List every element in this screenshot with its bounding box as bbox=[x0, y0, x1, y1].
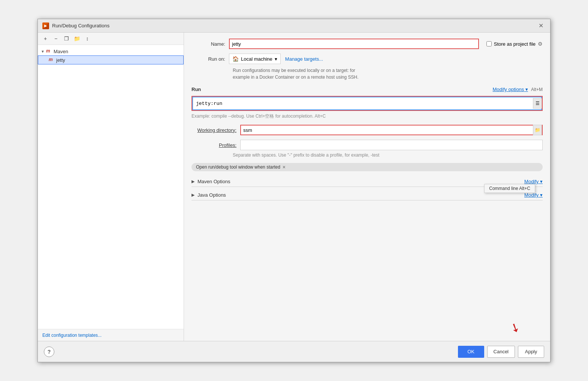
copy-config-button[interactable]: ❐ bbox=[62, 34, 71, 43]
help-button[interactable]: ? bbox=[44, 347, 54, 357]
java-options-modify-label: Modify bbox=[524, 192, 539, 198]
java-options-title: Java Options bbox=[197, 192, 226, 198]
maven-options-modify-label: Modify bbox=[524, 179, 539, 184]
store-checkbox-area: Store as project file ⚙ bbox=[486, 41, 543, 47]
tool-window-chip: Open run/debug tool window when started … bbox=[192, 163, 543, 171]
name-label: Name: bbox=[192, 41, 229, 47]
working-dir-browse-button[interactable]: 📁 bbox=[533, 125, 542, 135]
run-section-header: Run Modify options ▾ Alt+M bbox=[192, 87, 543, 92]
config-tree: ▼ m Maven m jetty bbox=[38, 45, 184, 329]
add-config-button[interactable]: + bbox=[41, 34, 50, 43]
dropdown-chevron-icon: ▾ bbox=[275, 56, 277, 62]
tooltip-text: Command line Alt+C bbox=[489, 186, 530, 191]
chip-close-button[interactable]: × bbox=[283, 164, 286, 170]
command-input[interactable] bbox=[192, 97, 542, 110]
name-row: Name: Store as project file ⚙ bbox=[192, 39, 543, 49]
jetty-item-label: jetty bbox=[56, 57, 65, 63]
working-dir-label: Working directory: bbox=[192, 127, 240, 133]
sort-config-button[interactable]: ↕ bbox=[83, 34, 92, 43]
ok-button[interactable]: OK bbox=[458, 346, 484, 358]
java-options-chevron: ▶ bbox=[192, 193, 195, 197]
modify-options-link[interactable]: Modify options ▾ bbox=[493, 87, 528, 92]
profiles-row: Profiles: bbox=[192, 140, 543, 150]
manage-targets-link[interactable]: Manage targets... bbox=[285, 56, 323, 62]
description-line1: Run configurations may be executed local… bbox=[233, 67, 543, 74]
run-on-label: Run on: bbox=[192, 56, 229, 62]
profiles-input[interactable] bbox=[240, 140, 543, 150]
maven-options-modify-link[interactable]: Modify ▾ bbox=[524, 179, 543, 184]
run-on-dropdown[interactable]: 🏠 Local machine ▾ bbox=[229, 54, 281, 64]
app-icon: ▶ bbox=[42, 22, 49, 29]
dialog-title: Run/Debug Configurations bbox=[52, 23, 109, 28]
right-panel: Name: Store as project file ⚙ Run on: 🏠 … bbox=[184, 33, 550, 341]
working-dir-input[interactable] bbox=[240, 125, 543, 135]
apply-button[interactable]: Apply bbox=[518, 346, 544, 358]
maven-options-modify-chevron: ▾ bbox=[540, 179, 543, 184]
store-as-project-checkbox[interactable] bbox=[486, 41, 492, 46]
java-options-modify-chevron: ▾ bbox=[540, 192, 543, 198]
home-icon: 🏠 bbox=[232, 56, 239, 62]
maven-options-chevron: ▶ bbox=[192, 179, 195, 184]
maven-options-title: Maven Options bbox=[197, 179, 230, 184]
title-bar-left: ▶ Run/Debug Configurations bbox=[42, 22, 109, 29]
toolbar: + − ❐ 📁 ↕ bbox=[38, 33, 184, 45]
bottom-bar: ? OK Cancel Apply bbox=[38, 341, 550, 362]
chip-label: Open run/debug tool window when started bbox=[196, 164, 280, 170]
modify-options-shortcut: Alt+M bbox=[531, 87, 543, 92]
jetty-config-item[interactable]: m jetty bbox=[38, 55, 184, 64]
left-footer: Edit configuration templates... bbox=[38, 329, 184, 341]
modify-options-chevron: ▾ bbox=[525, 87, 528, 92]
description-line2: example in a Docker Container or on a re… bbox=[233, 74, 543, 81]
modify-options-label: Modify options bbox=[493, 87, 524, 92]
tooltip-popup: Command line Alt+C bbox=[484, 184, 535, 193]
java-options-modify-link[interactable]: Modify ▾ bbox=[524, 192, 543, 198]
maven-group-header[interactable]: ▼ m Maven bbox=[38, 47, 184, 55]
remove-config-button[interactable]: − bbox=[51, 34, 60, 43]
working-dir-input-wrapper: 📁 bbox=[240, 125, 543, 135]
store-label: Store as project file bbox=[494, 41, 536, 47]
working-dir-row: Working directory: 📁 bbox=[192, 125, 543, 135]
maven-group-label: Maven bbox=[54, 49, 68, 54]
command-browse-button[interactable]: ☰ bbox=[533, 98, 542, 109]
description-text: Run configurations may be executed local… bbox=[233, 67, 543, 81]
main-content: + − ❐ 📁 ↕ ▼ m Maven m jetty bbox=[38, 33, 550, 341]
arrow-area: ➘ bbox=[192, 312, 543, 335]
maven-icon: m bbox=[46, 48, 52, 54]
local-machine-label: Local machine bbox=[241, 56, 272, 62]
name-input[interactable] bbox=[229, 39, 479, 49]
cancel-button[interactable]: Cancel bbox=[487, 346, 515, 358]
command-input-wrapper bbox=[192, 96, 543, 111]
profiles-label: Profiles: bbox=[192, 142, 240, 148]
folder-config-button[interactable]: 📁 bbox=[72, 34, 81, 43]
gear-icon[interactable]: ⚙ bbox=[538, 41, 543, 47]
maven-item-icon: m bbox=[49, 57, 55, 63]
close-button[interactable]: ✕ bbox=[536, 21, 546, 30]
run-on-row: Run on: 🏠 Local machine ▾ Manage targets… bbox=[192, 54, 543, 64]
maven-group: ▼ m Maven m jetty bbox=[38, 46, 184, 65]
run-debug-dialog: ▶ Run/Debug Configurations ✕ + − ❐ 📁 ↕ ▼… bbox=[37, 19, 551, 362]
red-arrow-indicator: ➘ bbox=[507, 319, 523, 336]
edit-templates-link[interactable]: Edit configuration templates... bbox=[42, 333, 102, 338]
command-hint: Example: compile --debug. Use Ctrl+空格 fo… bbox=[192, 113, 543, 120]
run-section: Run Modify options ▾ Alt+M Command line … bbox=[192, 87, 543, 125]
profiles-hint: Separate with spaces. Use "-" prefix to … bbox=[233, 152, 543, 158]
chevron-down-icon: ▼ bbox=[41, 49, 45, 54]
left-panel: + − ❐ 📁 ↕ ▼ m Maven m jetty bbox=[38, 33, 184, 341]
command-line-area: ☰ bbox=[192, 96, 543, 111]
run-section-label: Run bbox=[192, 87, 201, 92]
title-bar: ▶ Run/Debug Configurations ✕ bbox=[38, 19, 550, 33]
